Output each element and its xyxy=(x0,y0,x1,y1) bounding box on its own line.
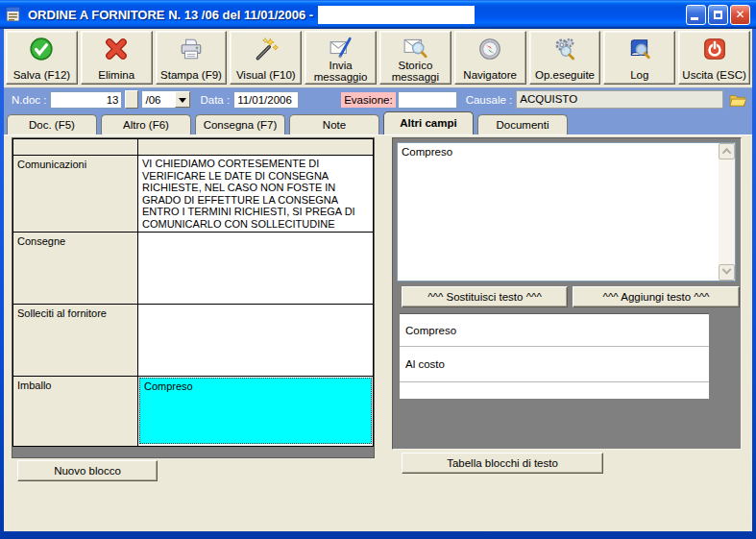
app-icon xyxy=(6,7,22,22)
send-message-button[interactable]: Invia messaggio xyxy=(305,31,377,85)
maximize-icon xyxy=(714,11,722,19)
text-block-editor-panel: Compreso ^^^ Sostituisci testo ^^^ ^^^ A… xyxy=(392,137,742,450)
sostituisci-testo-button[interactable]: ^^^ Sostituisci testo ^^^ xyxy=(402,286,568,307)
document-fieldrow: N.doc : /06 Data : Evasione: Causale : A… xyxy=(4,88,752,110)
toolbar-button-label: Stampa (F9) xyxy=(160,69,222,84)
tab-consegna[interactable]: Consegna (F7) xyxy=(195,114,285,135)
print-button[interactable]: Stampa (F9) xyxy=(156,31,228,85)
scroll-up-button[interactable] xyxy=(719,143,735,159)
causale-field[interactable]: ACQUISTO xyxy=(516,90,723,109)
grid-row-value[interactable]: VI CHIEDIAMO CORTESEMENTE DI VERIFICARE … xyxy=(138,156,374,233)
evasione-input[interactable] xyxy=(398,91,457,109)
save-button[interactable]: Salva (F12) xyxy=(6,31,78,85)
close-button[interactable]: ✕ xyxy=(730,5,750,25)
dropdown-arrow-icon[interactable] xyxy=(175,91,190,108)
list-item[interactable]: Compreso xyxy=(400,314,709,347)
ndoc-input[interactable] xyxy=(50,91,122,109)
toolbar-button-label: Invia messaggio xyxy=(305,60,376,86)
navigator-button[interactable]: Navigatore xyxy=(454,31,526,85)
toolbar-button-label: Log xyxy=(630,69,648,84)
table-row: Comunicazioni VI CHIEDIAMO CORTESEMENTE … xyxy=(13,156,374,233)
operations-button[interactable]: Op.eseguite xyxy=(529,31,601,85)
doc-suffix-value: /06 xyxy=(142,94,175,106)
title-blank-box xyxy=(318,6,475,24)
toolbar: Salva (F12) Elimina Stampa (F9) Visual (… xyxy=(4,29,752,88)
message-history-button[interactable]: Storico messaggi xyxy=(379,31,451,85)
aggiungi-testo-button[interactable]: ^^^ Aggiungi testo ^^^ xyxy=(573,286,740,307)
tab-page-altri-campi: Comunicazioni VI CHIEDIAMO CORTESEMENTE … xyxy=(4,135,752,531)
toolbar-button-label: Storico messaggi xyxy=(380,60,451,86)
ndoc-label: N.doc : xyxy=(12,94,46,106)
ndoc-lookup-button[interactable] xyxy=(125,90,138,109)
gears-icon xyxy=(552,35,577,63)
chevron-up-icon xyxy=(722,148,732,158)
evasione-label: Evasione: xyxy=(341,92,396,108)
scroll-down-button[interactable] xyxy=(719,264,735,281)
grid-header-label-cell xyxy=(13,139,138,156)
visual-button[interactable]: Visual (F10) xyxy=(230,31,302,85)
close-icon: ✕ xyxy=(735,8,744,21)
power-icon xyxy=(702,35,727,63)
grid-selected-cell[interactable]: Compreso xyxy=(139,378,372,444)
tab-note[interactable]: Note xyxy=(289,114,379,135)
grid-row-label: Solleciti al fornitore xyxy=(13,305,138,377)
text-blocks-list: Compreso Al costo xyxy=(400,313,709,399)
minimize-icon xyxy=(691,17,698,20)
toolbar-button-label: Uscita (ESC) xyxy=(682,69,745,84)
chevron-down-icon xyxy=(722,265,732,275)
grid-row-label: Consegne xyxy=(13,233,138,305)
printer-icon xyxy=(179,35,204,63)
toolbar-button-label: Visual (F10) xyxy=(236,69,296,84)
toolbar-button-label: Elimina xyxy=(98,69,134,84)
nuovo-blocco-button[interactable]: Nuovo blocco xyxy=(17,460,158,481)
exit-button[interactable]: Uscita (ESC) xyxy=(678,31,750,85)
maximize-button[interactable] xyxy=(708,5,728,25)
grid-header-value-cell xyxy=(138,139,374,156)
send-message-icon xyxy=(329,35,354,60)
tab-doc[interactable]: Doc. (F5) xyxy=(7,114,97,135)
grid-row-label: Imballo xyxy=(13,377,138,447)
folder-icon xyxy=(729,92,746,108)
compass-icon xyxy=(477,35,502,63)
toolbar-button-label: Navigatore xyxy=(463,69,517,84)
text-blocks-grid: Comunicazioni VI CHIEDIAMO CORTESEMENTE … xyxy=(12,137,375,458)
block-text-input[interactable]: Compreso xyxy=(400,145,718,279)
table-row: Solleciti al fornitore xyxy=(13,305,374,377)
causale-folder-button[interactable] xyxy=(728,90,747,109)
table-row: Consegne xyxy=(13,233,374,305)
titlebar[interactable]: ORDINE A FORNITORE N. 13 /06 del 11/01/2… xyxy=(0,0,756,29)
window-title: ORDINE A FORNITORE N. 13 /06 del 11/01/2… xyxy=(28,8,313,22)
message-history-icon xyxy=(402,35,427,60)
minimize-button[interactable] xyxy=(686,5,706,25)
editor-scrollbar[interactable] xyxy=(719,143,735,281)
tabrow: Doc. (F5) Altro (F6) Consegna (F7) Note … xyxy=(4,110,752,135)
app-window: ORDINE A FORNITORE N. 13 /06 del 11/01/2… xyxy=(0,0,756,539)
save-check-icon xyxy=(29,35,54,63)
list-item-empty[interactable] xyxy=(400,382,709,399)
tabella-blocchi-button[interactable]: Tabella blocchi di testo xyxy=(402,453,603,474)
toolbar-button-label: Salva (F12) xyxy=(13,69,70,84)
data-input[interactable] xyxy=(233,91,299,109)
magic-wand-icon xyxy=(254,35,279,63)
tab-documenti[interactable]: Documenti xyxy=(477,114,568,135)
block-text-editor: Compreso xyxy=(397,142,736,282)
doc-suffix-select[interactable]: /06 xyxy=(141,90,191,109)
causale-label: Causale : xyxy=(466,94,513,106)
log-book-icon xyxy=(627,35,652,63)
delete-x-icon xyxy=(104,35,129,63)
grid-row-value[interactable] xyxy=(138,305,374,377)
delete-button[interactable]: Elimina xyxy=(81,31,153,85)
log-button[interactable]: Log xyxy=(603,31,675,85)
grid-row-label: Comunicazioni xyxy=(13,156,138,233)
tab-altri-campi[interactable]: Altri campi xyxy=(383,111,474,135)
tab-altro[interactable]: Altro (F6) xyxy=(101,114,191,135)
toolbar-button-label: Op.eseguite xyxy=(535,69,595,84)
grid-row-value[interactable] xyxy=(138,233,374,305)
table-row: Imballo Compreso xyxy=(13,377,374,447)
data-label: Data : xyxy=(200,94,230,106)
list-item[interactable]: Al costo xyxy=(400,347,709,382)
